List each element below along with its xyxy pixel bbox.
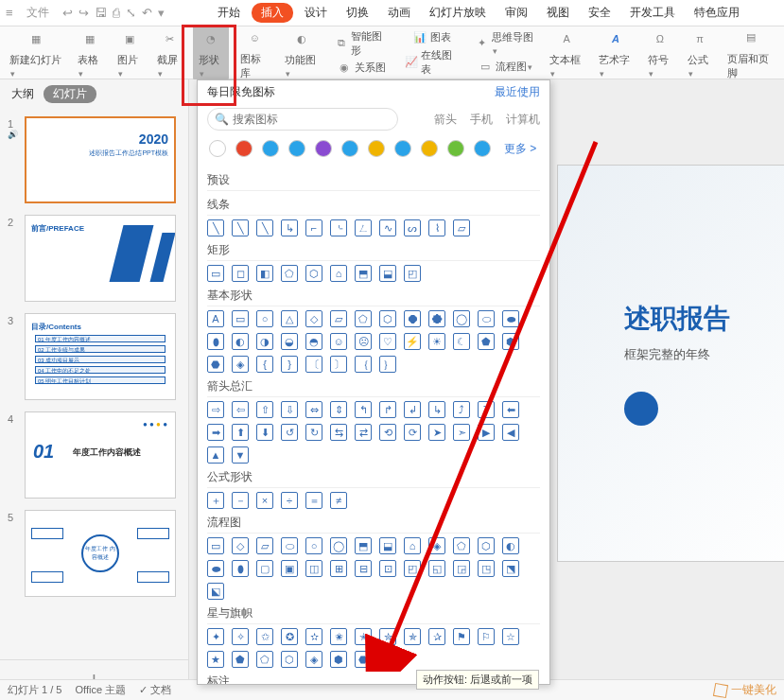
- color-dot[interactable]: [394, 140, 411, 157]
- shape-item[interactable]: ⇧: [256, 401, 273, 418]
- recent-link[interactable]: 最近使用: [495, 84, 540, 100]
- menu-animation[interactable]: 动画: [380, 3, 418, 23]
- ribbon-picture[interactable]: ▣图片▾: [113, 26, 146, 79]
- ribbon-screenshot[interactable]: ✂截屏▾: [153, 26, 185, 79]
- ribbon-iconlib[interactable]: ☺图标库: [236, 26, 272, 80]
- shape-item[interactable]: ⯃: [404, 310, 421, 327]
- shape-item[interactable]: ∿: [379, 219, 396, 236]
- shape-item[interactable]: ◻: [232, 265, 249, 282]
- shape-item[interactable]: ⚑: [453, 628, 470, 645]
- shape-item[interactable]: ⇕: [330, 401, 347, 418]
- shape-item[interactable]: ✫: [305, 628, 322, 645]
- shape-item[interactable]: ◈: [428, 537, 445, 554]
- shape-item[interactable]: ⬇: [256, 424, 273, 441]
- shape-item[interactable]: ⬮: [232, 560, 249, 577]
- shape-item[interactable]: ⇦: [232, 401, 249, 418]
- shape-item[interactable]: ⇆: [330, 424, 347, 441]
- shape-item[interactable]: ⬠: [355, 310, 372, 327]
- shape-item[interactable]: ◯: [453, 310, 470, 327]
- shape-item[interactable]: ◐: [232, 333, 249, 350]
- status-docfix[interactable]: ✓ 文档: [139, 683, 171, 697]
- shape-item[interactable]: ○: [256, 310, 273, 327]
- thumb-4[interactable]: 01 年度工作内容概述 ● ● ● ●: [25, 411, 176, 499]
- shape-item[interactable]: ＋: [207, 492, 224, 509]
- shape-item[interactable]: ⬔: [502, 560, 519, 577]
- ribbon-symbol[interactable]: Ω符号▾: [644, 26, 676, 79]
- color-dot[interactable]: [474, 140, 491, 157]
- shape-item[interactable]: ↳: [281, 219, 298, 236]
- color-dot[interactable]: [288, 140, 305, 157]
- color-dot[interactable]: [235, 140, 253, 157]
- shape-item[interactable]: ⬢: [330, 651, 347, 668]
- shape-item[interactable]: ×: [256, 492, 273, 509]
- qat-print[interactable]: ⎙: [113, 6, 120, 20]
- ribbon-equation[interactable]: π公式▾: [684, 26, 716, 79]
- shape-item[interactable]: ╲: [256, 219, 273, 236]
- shape-item[interactable]: ⬭: [281, 537, 298, 554]
- shape-item[interactable]: ◫: [305, 560, 322, 577]
- shape-item[interactable]: ⬡: [379, 310, 396, 327]
- shape-item[interactable]: ÷: [281, 492, 298, 509]
- menu-transition[interactable]: 切换: [339, 3, 376, 23]
- shape-item[interactable]: ⌂: [404, 537, 421, 554]
- shape-item[interactable]: ☹: [355, 333, 372, 350]
- menu-special[interactable]: 特色应用: [687, 3, 747, 23]
- qat-redo[interactable]: ▾: [158, 6, 165, 20]
- shape-item[interactable]: ↱: [379, 401, 396, 418]
- menu-start[interactable]: 开始: [210, 3, 248, 23]
- main-slide[interactable]: 述职报告 框架完整的年终: [557, 165, 784, 562]
- shape-item[interactable]: ◳: [478, 560, 495, 577]
- qat-fwd[interactable]: ↪: [78, 6, 89, 20]
- shape-item[interactable]: ⌎: [330, 219, 347, 236]
- shape-item[interactable]: －: [232, 492, 249, 509]
- ribbon-smartart[interactable]: ⧉智能图形: [330, 29, 392, 58]
- shape-item[interactable]: ⬅: [502, 401, 519, 418]
- menu-insert[interactable]: 插入: [252, 3, 293, 23]
- shape-item[interactable]: ♡: [379, 333, 396, 350]
- shape-item[interactable]: ▱: [453, 219, 470, 236]
- shape-item[interactable]: ✪: [281, 628, 298, 645]
- shape-item[interactable]: ◱: [428, 560, 445, 577]
- shape-item[interactable]: ◈: [305, 651, 322, 668]
- shape-item[interactable]: ⬠: [256, 651, 273, 668]
- shape-item[interactable]: ⇔: [305, 401, 322, 418]
- shape-item[interactable]: ⬓: [379, 537, 396, 554]
- ribbon-textbox[interactable]: A文本框▾: [546, 26, 587, 79]
- shape-item[interactable]: ⬟: [478, 333, 495, 350]
- file-menu[interactable]: 文件: [19, 3, 57, 23]
- menu-review[interactable]: 审阅: [497, 3, 535, 23]
- shape-item[interactable]: ｝: [379, 356, 396, 373]
- menu-view[interactable]: 视图: [539, 3, 577, 23]
- shape-item[interactable]: ⬡: [478, 537, 495, 554]
- shape-item[interactable]: ★: [207, 651, 224, 668]
- shape-item[interactable]: ◇: [232, 537, 249, 554]
- shape-item[interactable]: ▼: [232, 446, 249, 464]
- shape-item[interactable]: ⌇: [428, 219, 445, 236]
- shape-item[interactable]: 〔: [305, 356, 322, 373]
- shape-item[interactable]: ⬡: [305, 265, 322, 282]
- thumb-5[interactable]: 年度工作 内容概述: [25, 510, 176, 597]
- shape-item[interactable]: ⌐: [305, 219, 322, 236]
- menu-icon[interactable]: ≡: [6, 6, 13, 20]
- shape-item[interactable]: ▢: [256, 560, 273, 577]
- shape-item[interactable]: ⬭: [478, 310, 495, 327]
- shape-item[interactable]: ⤵: [478, 401, 495, 418]
- ribbon-wordart[interactable]: A艺术字▾: [595, 26, 636, 79]
- shape-item[interactable]: ≠: [330, 492, 347, 509]
- color-dot[interactable]: [315, 140, 332, 157]
- shape-item[interactable]: ⬡: [281, 651, 298, 668]
- shape-item[interactable]: ◰: [404, 265, 421, 282]
- shape-item[interactable]: 〕: [330, 356, 347, 373]
- qat-preview[interactable]: ⤡: [126, 6, 136, 20]
- shape-item[interactable]: ▣: [281, 560, 298, 577]
- shape-item[interactable]: ▱: [256, 537, 273, 554]
- shape-item[interactable]: ✭: [355, 628, 372, 645]
- shape-item[interactable]: ⬠: [453, 537, 470, 554]
- ribbon-relation[interactable]: ◉关系图: [330, 60, 392, 77]
- shape-item[interactable]: ◐: [502, 537, 519, 554]
- shape-item[interactable]: ▭: [232, 310, 249, 327]
- shape-item[interactable]: A: [207, 310, 224, 327]
- beautify-button[interactable]: 一键美化: [714, 682, 776, 698]
- shape-item[interactable]: {: [256, 356, 273, 373]
- shape-item[interactable]: ⬠: [281, 265, 298, 282]
